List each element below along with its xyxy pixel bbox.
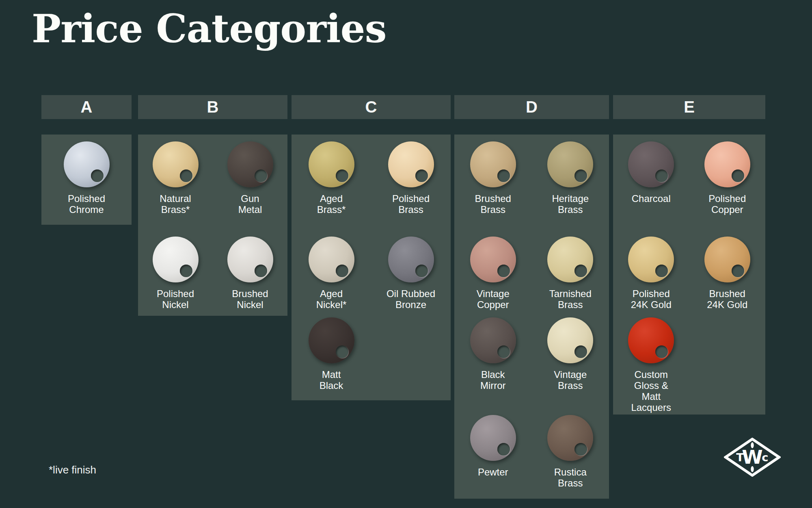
swatch-polished-chrome [64, 141, 110, 187]
swatch-pewter [470, 415, 516, 461]
swatch-label: Natural Brass* [160, 193, 191, 215]
swatch-label: Charcoal [632, 193, 671, 204]
swatch-cell: Matt Black [292, 310, 371, 400]
swatch-cell: Aged Nickel* [292, 230, 371, 310]
swatch-cell: Polished Copper [689, 135, 766, 230]
category-panel-a: Polished Chrome [41, 135, 132, 225]
swatch-hole [180, 169, 192, 182]
swatch-natural-brass [153, 141, 199, 187]
swatch-cell: Tarnished Brass [532, 230, 609, 310]
swatch-hole [336, 169, 348, 182]
swatch-aged-brass [309, 141, 354, 187]
swatch-label: Gun Metal [238, 193, 262, 215]
swatch-vintage-brass [547, 317, 593, 363]
swatch-cell: Custom Gloss & Matt Lacquers [613, 310, 689, 415]
swatch-label: Custom Gloss & Matt Lacquers [631, 369, 671, 413]
swatch-label: Pewter [478, 467, 508, 478]
price-categories-poster: Price Categories A Polished Chrome B Nat… [0, 0, 812, 508]
swatch-cell: Polished Chrome [41, 135, 132, 225]
category-panel-d: Brushed Brass Heritage Brass Vintage Cop… [454, 135, 609, 499]
category-panel-b: Natural Brass* Gun Metal Polished Nickel… [138, 135, 287, 316]
swatch-hole [574, 265, 587, 277]
swatch-brushed-24k-gold [704, 237, 750, 282]
swatch-label: Aged Nickel* [316, 288, 347, 310]
swatch-rustica-brass [547, 415, 593, 461]
swatch-hole [91, 169, 104, 182]
swatch-polished-brass [388, 141, 434, 187]
swatch-label: Polished Copper [708, 193, 746, 215]
swatch-hole [255, 169, 267, 182]
swatch-hole [655, 265, 668, 277]
swatch-cell: Rustica Brass [532, 408, 609, 499]
swatch-gun-metal [227, 141, 273, 187]
swatch-label: Vintage Brass [554, 369, 587, 391]
swatch-matt-black [309, 317, 354, 363]
swatch-label: Tarnished Brass [549, 288, 592, 310]
swatch-charcoal [628, 141, 674, 187]
swatch-vintage-copper [470, 237, 516, 282]
swatch-cell: Aged Brass* [292, 135, 371, 230]
swatch-cell: Brushed 24K Gold [689, 230, 766, 310]
swatch-cell: Pewter [454, 408, 532, 499]
swatch-hole [574, 345, 587, 358]
swatch-hole [574, 443, 587, 456]
swatch-cell: Heritage Brass [532, 135, 609, 230]
category-panel-e: Charcoal Polished Copper Polished 24K Go… [613, 135, 765, 415]
swatch-cell: Polished 24K Gold [613, 230, 689, 310]
swatch-hole [497, 345, 510, 358]
swatch-label: Oil Rubbed Bronze [387, 288, 435, 310]
swatch-hole [574, 169, 587, 182]
swatch-aged-nickel [309, 237, 354, 282]
swatch-cell: Polished Brass [371, 135, 451, 230]
swatch-cell: Brushed Nickel [213, 230, 287, 316]
swatch-tarnished-brass [547, 237, 593, 282]
swatch-hole [415, 169, 428, 182]
category-header-e: E [613, 95, 765, 119]
swatch-heritage-brass [547, 141, 593, 187]
swatch-polished-nickel [153, 237, 199, 282]
swatch-label: Polished Nickel [157, 288, 194, 310]
swatch-polished-copper [704, 141, 750, 187]
swatch-cell: Vintage Brass [532, 310, 609, 408]
swatch-hole [497, 443, 510, 456]
swatch-brushed-nickel [227, 237, 273, 282]
swatch-hole [180, 265, 192, 277]
category-panel-c: Aged Brass* Polished Brass Aged Nickel* … [292, 135, 451, 400]
swatch-label: Brushed Brass [475, 193, 511, 215]
swatch-oil-rubbed-bronze [388, 237, 434, 282]
swatch-label: Polished Chrome [68, 193, 105, 215]
swatch-black-mirror [470, 317, 516, 363]
swatch-label: Heritage Brass [552, 193, 589, 215]
category-header-b: B [138, 95, 287, 119]
swatch-custom-lacquers [628, 317, 674, 363]
twc-logo: T W c [724, 438, 781, 477]
swatch-cell: Charcoal [613, 135, 689, 230]
swatch-label: Black Mirror [480, 369, 506, 391]
swatch-label: Polished Brass [392, 193, 430, 215]
swatch-hole [655, 345, 668, 358]
category-header-c: C [292, 95, 451, 119]
swatch-polished-24k-gold [628, 237, 674, 282]
category-header-d: D [454, 95, 609, 119]
swatch-hole [732, 265, 744, 277]
swatch-label: Rustica Brass [554, 467, 587, 488]
swatch-label: Polished 24K Gold [631, 288, 672, 310]
swatch-cell: Gun Metal [213, 135, 287, 230]
swatch-cell: Brushed Brass [454, 135, 532, 230]
swatch-hole [732, 169, 744, 182]
swatch-hole [497, 265, 510, 277]
category-header-a: A [41, 95, 132, 119]
swatch-cell: Black Mirror [454, 310, 532, 408]
swatch-hole [497, 169, 510, 182]
page-title: Price Categories [32, 6, 387, 52]
logo-letter-w: W [742, 446, 762, 468]
swatch-cell: Oil Rubbed Bronze [371, 230, 451, 310]
swatch-hole [255, 265, 267, 277]
swatch-hole [415, 265, 428, 277]
swatch-hole [336, 265, 348, 277]
logo-letter-c: c [762, 451, 768, 464]
swatch-label: Brushed Nickel [232, 288, 268, 310]
swatch-hole [655, 169, 668, 182]
swatch-label: Matt Black [320, 369, 343, 391]
swatch-label: Vintage Copper [477, 288, 510, 310]
